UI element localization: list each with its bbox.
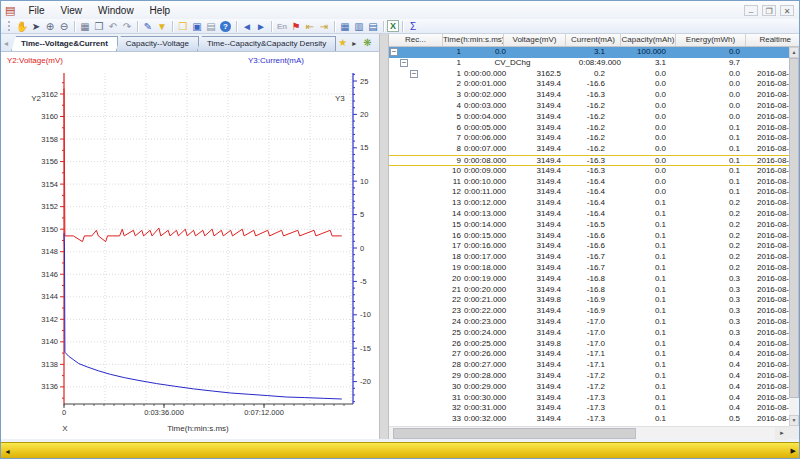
status-left-arrow-icon[interactable]: ◄ bbox=[4, 448, 11, 455]
zoom-in-icon[interactable]: ⊕ bbox=[43, 20, 57, 33]
restore-button[interactable]: ❐ bbox=[762, 5, 776, 16]
table-row[interactable]: 320:00:31.0003149.4-17.30.10.42016-08-3 bbox=[389, 403, 789, 414]
collapse-icon[interactable]: − bbox=[390, 48, 398, 56]
english-icon[interactable]: En bbox=[275, 20, 289, 33]
chart-canvas[interactable]: 3136313831403142314431463148315031523154… bbox=[1, 52, 379, 439]
cycle-row[interactable]: −10.03.1100.0000.0 bbox=[389, 47, 789, 58]
table-row[interactable]: 330:00:32.0003149.4-17.30.10.52016-08-3 bbox=[389, 414, 789, 425]
panel-splitter[interactable] bbox=[379, 34, 389, 439]
draw-line-icon[interactable]: ✎ bbox=[141, 20, 155, 33]
open-file-icon[interactable]: ❒ bbox=[176, 20, 190, 33]
vertical-scrollbar[interactable]: ▲ ▼ bbox=[789, 47, 799, 426]
table-row[interactable]: 240:00:23.0003149.4-17.00.10.32016-08-3 bbox=[389, 317, 789, 328]
status-right-arrow-icon[interactable]: ▶ bbox=[791, 447, 796, 455]
chart-axes: 3136313831403142314431463148315031523154… bbox=[41, 73, 371, 417]
chart-settings-icon[interactable]: ❋ bbox=[363, 37, 371, 49]
table-row[interactable]: 180:00:17.0003149.4-16.70.10.22016-08-3 bbox=[389, 252, 789, 263]
minimize-button[interactable]: – bbox=[744, 5, 758, 16]
table-row[interactable]: 150:00:14.0003149.4-16.50.10.22016-08-3 bbox=[389, 220, 789, 231]
table-row[interactable]: 250:00:24.0003149.4-17.00.10.32016-08-3 bbox=[389, 328, 789, 339]
export-list-icon[interactable]: ⇥ bbox=[317, 20, 331, 33]
table-row[interactable]: 230:00:22.0003149.4-16.90.10.32016-08-3 bbox=[389, 306, 789, 317]
step-row[interactable]: −1CV_DChg0:08:49.0003.19.7 bbox=[389, 58, 789, 69]
undo-icon[interactable]: ↶ bbox=[106, 20, 120, 33]
forward-icon[interactable]: ► bbox=[254, 20, 268, 33]
tabs-scroll-left-icon[interactable]: ◂ bbox=[1, 39, 11, 51]
help-icon[interactable]: ? bbox=[220, 21, 231, 32]
table-row[interactable]: 190:00:18.0003149.4-16.70.10.22016-08-3 bbox=[389, 263, 789, 274]
table-row[interactable]: 80:00:07.0003149.4-16.20.00.12016-08-3 bbox=[389, 144, 789, 155]
redo-icon[interactable]: ↷ bbox=[120, 20, 134, 33]
import-list-icon[interactable]: ⇤ bbox=[303, 20, 317, 33]
table-row[interactable]: 90:00:08.0003149.4-16.30.00.12016-08-3 bbox=[389, 155, 789, 166]
col-header-3[interactable]: Current(mA) bbox=[566, 34, 621, 46]
table-row[interactable]: 200:00:19.0003149.4-16.80.10.32016-08-3 bbox=[389, 274, 789, 285]
scroll-right-icon[interactable]: ► bbox=[775, 427, 789, 440]
scroll-up-icon[interactable]: ▲ bbox=[789, 47, 799, 58]
col-header-6[interactable]: Realtime bbox=[746, 34, 799, 46]
table-row[interactable]: 110:00:10.0003149.4-16.40.00.12016-08-3 bbox=[389, 177, 789, 188]
menu-view[interactable]: View bbox=[53, 4, 91, 17]
table-sort-icon[interactable]: ▤ bbox=[366, 20, 380, 33]
table-row[interactable]: 290:00:28.0003149.4-17.20.10.42016-08-3 bbox=[389, 371, 789, 382]
table-row[interactable]: 300:00:29.0003149.4-17.20.10.42016-08-3 bbox=[389, 382, 789, 393]
tab-2[interactable]: Time--Capacity&Capacity Density bbox=[197, 36, 336, 51]
table-row[interactable]: 140:00:13.0003149.4-16.40.10.22016-08-3 bbox=[389, 209, 789, 220]
table-row[interactable]: 100:00:09.0003149.4-16.30.00.12016-08-3 bbox=[389, 166, 789, 177]
horizontal-scroll-thumb[interactable] bbox=[393, 428, 636, 439]
table-row[interactable]: 70:00:06.0003149.4-16.20.00.12016-08-3 bbox=[389, 133, 789, 144]
table-row[interactable]: −10:00:00.0003162.50.20.00.02016-08-3 bbox=[389, 69, 789, 80]
table-row[interactable]: 220:00:21.0003149.8-16.90.10.32016-08-3 bbox=[389, 295, 789, 306]
table-row[interactable]: 120:00:11.0003149.4-16.40.00.12016-08-3 bbox=[389, 187, 789, 198]
menu-help[interactable]: Help bbox=[142, 4, 179, 17]
chart-window-icon[interactable]: ▦ bbox=[78, 20, 92, 33]
copy-window-icon[interactable]: ❐ bbox=[92, 20, 106, 33]
close-button[interactable]: ✕ bbox=[780, 5, 794, 16]
table-row[interactable]: 310:00:30.0003149.4-17.30.10.42016-08-3 bbox=[389, 393, 789, 404]
table-row[interactable]: 50:00:04.0003149.4-16.20.00.02016-08-3 bbox=[389, 112, 789, 123]
cell: 6 bbox=[389, 123, 464, 134]
cell: 0.1 bbox=[608, 328, 669, 339]
favorite-star-icon[interactable]: ★ bbox=[338, 37, 347, 49]
tab-1[interactable]: Capacity--Voltage bbox=[116, 36, 199, 51]
col-header-4[interactable]: Capacity(mAh) bbox=[621, 34, 676, 46]
pan-icon[interactable]: ✋ bbox=[15, 20, 29, 33]
tab-0[interactable]: Time--Voltage&Current bbox=[11, 36, 118, 51]
table-row[interactable]: 280:00:27.0003149.4-17.10.10.42016-08-3 bbox=[389, 360, 789, 371]
select-arrow-icon[interactable]: ➤ bbox=[29, 20, 43, 33]
help-pin-icon[interactable]: ⚑ bbox=[289, 20, 303, 33]
zoom-out-icon[interactable]: ⊖ bbox=[57, 20, 71, 33]
chart-area[interactable]: 3136313831403142314431463148315031523154… bbox=[1, 52, 379, 439]
menu-window[interactable]: Window bbox=[90, 4, 142, 17]
horizontal-scrollbar[interactable]: ► bbox=[389, 426, 789, 439]
table-row[interactable]: 130:00:12.0003149.4-16.40.10.22016-08-3 bbox=[389, 198, 789, 209]
table-row[interactable]: 160:00:15.0003149.4-16.60.10.22016-08-3 bbox=[389, 231, 789, 242]
excel-export-icon[interactable]: X bbox=[387, 20, 399, 32]
col-header-5[interactable]: Energy(mWh) bbox=[676, 34, 746, 46]
table-row[interactable]: 60:00:05.0003149.4-16.20.00.12016-08-3 bbox=[389, 123, 789, 134]
save-icon[interactable]: ▣ bbox=[190, 20, 204, 33]
table-row[interactable]: 210:00:20.0003149.4-16.80.10.32016-08-3 bbox=[389, 285, 789, 296]
filter-funnel-icon[interactable]: ▼ bbox=[155, 20, 169, 33]
cell: -16.4 bbox=[564, 187, 608, 198]
col-header-2[interactable]: Voltage(mV) bbox=[504, 34, 566, 46]
statistics-icon[interactable]: Σ bbox=[406, 20, 420, 33]
vertical-scroll-thumb[interactable] bbox=[789, 58, 799, 398]
col-header-0[interactable]: Rec... bbox=[389, 34, 443, 46]
table-row[interactable]: 270:00:26.0003149.4-17.10.10.42016-08-3 bbox=[389, 349, 789, 360]
scroll-down-icon[interactable]: ▼ bbox=[789, 415, 799, 426]
table-row[interactable]: 30:00:02.0003149.4-16.30.00.02016-08-3 bbox=[389, 90, 789, 101]
menu-file[interactable]: File bbox=[20, 4, 52, 17]
table-row[interactable]: 260:00:25.0003149.8-17.00.10.42016-08-3 bbox=[389, 339, 789, 350]
collapse-icon[interactable]: − bbox=[400, 59, 408, 67]
table-row[interactable]: 40:00:03.0003149.4-16.20.00.02016-08-3 bbox=[389, 101, 789, 112]
table-view-icon[interactable]: ▦ bbox=[338, 20, 352, 33]
table-filter-icon[interactable]: ▥ bbox=[352, 20, 366, 33]
col-header-1[interactable]: Time(h:min:s.ms) bbox=[443, 34, 504, 46]
table-row[interactable]: 20:00:01.0003149.4-16.60.00.02016-08-3 bbox=[389, 79, 789, 90]
collapse-icon[interactable]: − bbox=[410, 70, 418, 78]
back-icon[interactable]: ◄ bbox=[240, 20, 254, 33]
print-icon[interactable]: ▤ bbox=[204, 20, 218, 33]
table-row[interactable]: 170:00:16.0003149.4-16.60.10.22016-08-3 bbox=[389, 241, 789, 252]
tabs-scroll-right-icon[interactable]: ▸ bbox=[349, 39, 359, 51]
